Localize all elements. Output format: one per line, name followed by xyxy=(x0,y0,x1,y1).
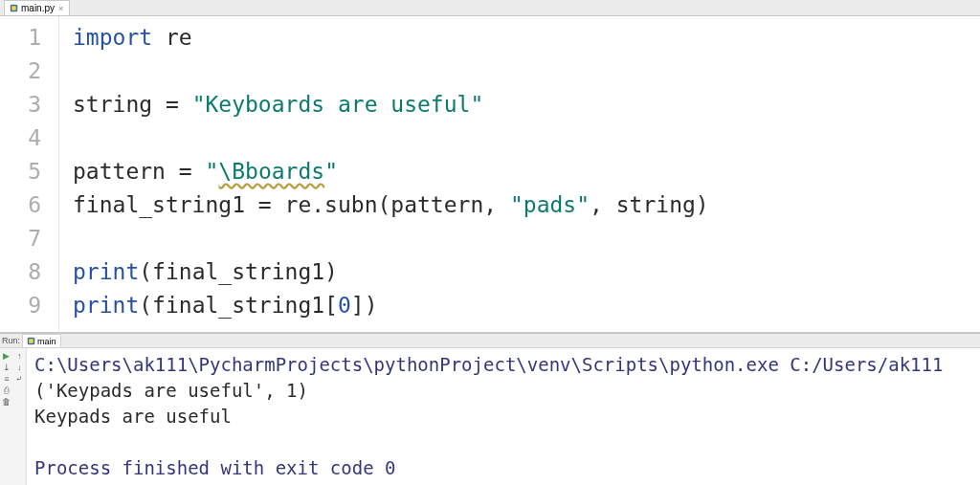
wrap-icon[interactable]: ⤶ xyxy=(14,373,25,384)
up-arrow-icon[interactable]: ↑ xyxy=(14,350,25,361)
run-body: ▶ ↑ ⤓ ↓ ≡ ⤶ ⎙ 🗑 xyxy=(0,348,980,485)
python-file-icon xyxy=(10,4,18,12)
editor-tab-bar: main.py × xyxy=(0,0,980,16)
line-number: 9 xyxy=(0,289,41,322)
run-panel-header: Run: main xyxy=(0,334,980,348)
code-text: pattern = xyxy=(73,159,205,184)
code-text: final_string1 = re.subn(pattern, xyxy=(73,192,510,217)
line-number: 6 xyxy=(0,188,41,222)
console-path: C:\Users\ak111\PycharmProjects\pythonPro… xyxy=(34,354,943,375)
string-quote: " xyxy=(205,159,218,184)
blank-icon xyxy=(14,396,25,407)
code-line: final_string1 = re.subn(pattern, "pads",… xyxy=(73,188,980,222)
layout-icon[interactable]: ≡ xyxy=(1,373,11,384)
ide-container: main.py × 1 2 3 4 5 6 7 8 9 import re st… xyxy=(0,0,980,485)
code-line: print(final_string1[0]) xyxy=(73,289,980,322)
editor-tab-main-py[interactable]: main.py × xyxy=(4,0,70,15)
builtin: print xyxy=(73,259,139,284)
run-toolbar: ▶ ↑ ⤓ ↓ ≡ ⤶ ⎙ 🗑 xyxy=(0,348,27,485)
number: 0 xyxy=(338,293,351,318)
editor-tab-label: main.py xyxy=(21,3,55,13)
code-line: pattern = "\Bboards" xyxy=(73,155,980,188)
trash-icon[interactable]: 🗑 xyxy=(1,396,11,407)
console-line: Keypads are useful xyxy=(34,406,232,427)
line-number: 2 xyxy=(0,55,41,88)
line-number-gutter: 1 2 3 4 5 6 7 8 9 xyxy=(0,16,59,332)
string-escape-warning: \Bboards xyxy=(218,159,324,184)
line-number: 5 xyxy=(0,155,41,188)
line-number: 4 xyxy=(0,121,41,155)
code-area[interactable]: import re string = "Keyboards are useful… xyxy=(59,16,980,332)
console-line: ('Keypads are useful', 1) xyxy=(34,380,308,401)
console-exit: Process finished with exit code 0 xyxy=(34,457,396,478)
line-number: 1 xyxy=(0,21,41,55)
keyword: import xyxy=(73,25,152,50)
console-output[interactable]: C:\Users\ak111\PycharmProjects\pythonPro… xyxy=(27,348,980,485)
code-line xyxy=(73,222,980,255)
down-arrow-icon[interactable]: ↓ xyxy=(14,362,25,372)
code-text: , string) xyxy=(590,192,709,217)
string-quote: " xyxy=(324,159,338,184)
svg-rect-1 xyxy=(11,6,16,11)
line-number: 7 xyxy=(0,222,41,255)
module-name: re xyxy=(152,25,192,50)
run-config-tab[interactable]: main xyxy=(22,334,61,347)
string-literal: "pads" xyxy=(510,192,590,217)
line-number: 8 xyxy=(0,255,41,289)
builtin: print xyxy=(73,293,139,318)
run-label: Run: xyxy=(2,336,20,345)
down-step-icon[interactable]: ⤓ xyxy=(1,362,11,372)
code-text: (final_string1) xyxy=(139,259,338,284)
code-line: import re xyxy=(73,21,980,55)
editor-body: 1 2 3 4 5 6 7 8 9 import re string = "Ke… xyxy=(0,16,980,332)
line-number: 3 xyxy=(0,88,41,121)
string-literal: "Keyboards are useful" xyxy=(192,92,484,117)
python-file-icon xyxy=(27,337,35,345)
play-icon[interactable]: ▶ xyxy=(1,350,11,361)
code-text: ]) xyxy=(351,293,378,318)
code-text: (final_string1[ xyxy=(139,293,338,318)
print-icon[interactable]: ⎙ xyxy=(1,385,11,395)
code-text: string = xyxy=(73,92,192,117)
code-line xyxy=(73,121,980,155)
close-icon[interactable]: × xyxy=(57,4,64,13)
code-line: string = "Keyboards are useful" xyxy=(73,88,980,121)
run-config-name: main xyxy=(37,337,56,346)
code-line: print(final_string1) xyxy=(73,255,980,289)
blank-icon xyxy=(14,385,25,395)
code-line xyxy=(73,55,980,88)
run-panel: Run: main ▶ ↑ ⤓ ↓ ≡ ⤶ xyxy=(0,332,980,485)
svg-rect-3 xyxy=(29,339,33,343)
